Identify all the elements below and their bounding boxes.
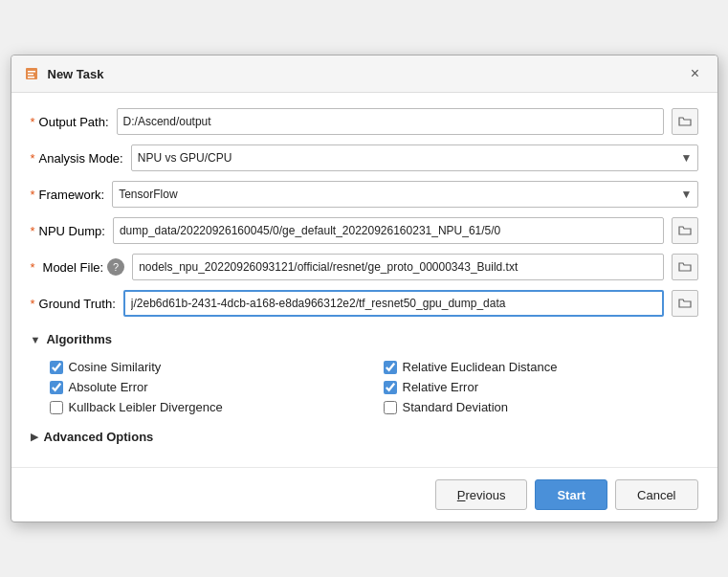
- dialog-title: New Task: [48, 67, 104, 81]
- ground-truth-browse-button[interactable]: [672, 290, 698, 317]
- new-task-dialog: New Task × *Output Path: *Analysis Mode:: [11, 55, 718, 522]
- algorithms-grid: Cosine Similarity Relative Euclidean Dis…: [50, 360, 698, 414]
- relative-euclidean-row: Relative Euclidean Distance: [384, 360, 698, 374]
- algorithms-collapse-icon: ▼: [31, 334, 41, 345]
- framework-select-wrapper: TensorFlow PyTorch MindSpore Caffe ▼: [112, 181, 697, 208]
- algorithms-section-header[interactable]: ▼ Algorithms: [31, 332, 698, 346]
- output-path-browse-button[interactable]: [672, 108, 698, 135]
- ground-truth-input[interactable]: [123, 290, 664, 317]
- ground-truth-row: *Ground Truth:: [31, 290, 698, 317]
- npu-dump-row: *NPU Dump:: [31, 217, 698, 244]
- absolute-error-checkbox[interactable]: [50, 381, 63, 394]
- advanced-expand-icon: ▶: [31, 431, 38, 443]
- model-file-browse-button[interactable]: [672, 254, 698, 280]
- std-deviation-label: Standard Deviation: [403, 400, 509, 414]
- ground-truth-label: *Ground Truth:: [31, 297, 116, 311]
- dialog-body: *Output Path: *Analysis Mode: NPU vs GPU…: [11, 93, 717, 459]
- folder-icon: [678, 261, 692, 273]
- title-bar-left: New Task: [23, 65, 104, 82]
- start-button[interactable]: Start: [535, 479, 607, 510]
- cosine-similarity-label: Cosine Similarity: [69, 360, 162, 374]
- relative-euclidean-checkbox[interactable]: [384, 361, 397, 374]
- model-file-label: *Model File: ?: [31, 258, 125, 276]
- folder-icon: [678, 225, 692, 236]
- std-deviation-row: Standard Deviation: [384, 400, 698, 414]
- npu-dump-input[interactable]: [113, 217, 664, 244]
- npu-dump-browse-button[interactable]: [672, 217, 698, 244]
- analysis-mode-label: *Analysis Mode:: [31, 151, 123, 166]
- folder-icon: [678, 298, 692, 309]
- analysis-mode-select[interactable]: NPU vs GPU/CPU NPU vs NPU: [131, 144, 698, 171]
- relative-error-checkbox[interactable]: [384, 381, 397, 394]
- svg-rect-2: [28, 74, 33, 76]
- absolute-error-label: Absolute Error: [69, 380, 148, 394]
- advanced-options-title: Advanced Options: [44, 430, 154, 444]
- output-path-label: *Output Path:: [31, 115, 109, 129]
- npu-dump-label: *NPU Dump:: [31, 224, 105, 238]
- dialog-footer: Previous Start Cancel: [11, 467, 717, 522]
- model-file-row: *Model File: ?: [31, 254, 698, 280]
- title-bar: New Task ×: [11, 55, 717, 93]
- relative-euclidean-label: Relative Euclidean Distance: [403, 360, 558, 374]
- model-file-help-icon[interactable]: ?: [107, 258, 124, 276]
- model-file-input[interactable]: [132, 254, 663, 280]
- analysis-mode-row: *Analysis Mode: NPU vs GPU/CPU NPU vs NP…: [31, 144, 698, 171]
- framework-row: *Framework: TensorFlow PyTorch MindSpore…: [31, 181, 698, 208]
- task-icon: [23, 65, 40, 82]
- svg-rect-1: [28, 71, 35, 73]
- advanced-options-section[interactable]: ▶ Advanced Options: [31, 430, 698, 444]
- std-deviation-checkbox[interactable]: [384, 401, 397, 414]
- output-path-input[interactable]: [117, 108, 664, 135]
- framework-label: *Framework:: [31, 188, 105, 202]
- cosine-similarity-row: Cosine Similarity: [50, 360, 364, 374]
- algorithms-section-title: Algorithms: [46, 332, 112, 346]
- cosine-similarity-checkbox[interactable]: [50, 361, 63, 374]
- kullback-row: Kullback Leibler Divergence: [50, 400, 364, 414]
- cancel-button[interactable]: Cancel: [615, 479, 697, 510]
- close-button[interactable]: ×: [685, 63, 706, 84]
- absolute-error-row: Absolute Error: [50, 380, 364, 394]
- previous-button[interactable]: Previous: [435, 479, 528, 510]
- framework-select[interactable]: TensorFlow PyTorch MindSpore Caffe: [112, 181, 697, 208]
- kullback-checkbox[interactable]: [50, 401, 63, 414]
- output-path-row: *Output Path:: [31, 108, 698, 135]
- folder-icon: [678, 116, 692, 127]
- analysis-mode-select-wrapper: NPU vs GPU/CPU NPU vs NPU ▼: [131, 144, 698, 171]
- svg-rect-3: [28, 77, 34, 78]
- relative-error-label: Relative Error: [403, 380, 478, 394]
- kullback-label: Kullback Leibler Divergence: [69, 400, 223, 414]
- relative-error-row: Relative Error: [384, 380, 698, 394]
